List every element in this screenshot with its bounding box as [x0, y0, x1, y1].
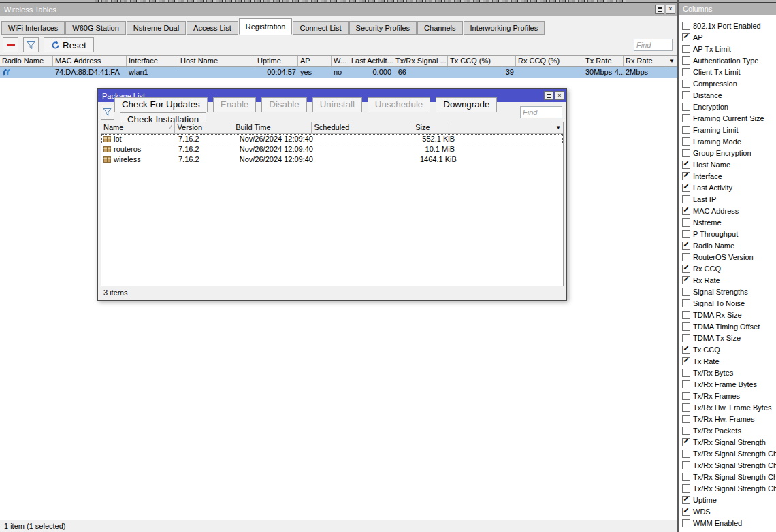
column-toggle[interactable]: ✓ AP — [679, 31, 776, 43]
column-toggle[interactable]: ✓ Distance — [679, 89, 776, 101]
column-header-host-name[interactable]: Host Name — [178, 56, 255, 66]
checkbox[interactable]: ✓ — [682, 184, 690, 192]
checkbox[interactable]: ✓ — [682, 311, 690, 319]
package-action-button[interactable]: Downgrade — [436, 97, 497, 112]
column-toggle[interactable]: ✓ Framing Limit — [679, 124, 776, 135]
checkbox[interactable]: ✓ — [682, 450, 690, 458]
checkbox[interactable]: ✓ — [682, 473, 690, 481]
checkbox[interactable]: ✓ — [682, 114, 690, 122]
column-toggle[interactable]: ✓ Rx CCQ — [679, 263, 776, 274]
checkbox[interactable]: ✓ — [682, 346, 690, 354]
checkbox[interactable]: ✓ — [682, 253, 690, 261]
checkbox[interactable]: ✓ — [682, 22, 690, 30]
package-action-button[interactable]: Unschedule — [368, 97, 430, 112]
column-toggle[interactable]: ✓ Nstreme — [679, 216, 776, 228]
column-toggle[interactable]: ✓ Tx/Rx Signal Strength Ch0 — [679, 448, 776, 459]
checkbox[interactable]: ✓ — [682, 276, 690, 284]
column-header-uptime[interactable]: Uptime — [255, 56, 298, 66]
checkbox[interactable]: ✓ — [682, 369, 690, 377]
checkbox[interactable]: ✓ — [682, 103, 690, 111]
registration-row-selected[interactable]: 74:DA:88:D4:41:FA wlan1 00:04:57 yes no … — [0, 67, 677, 78]
column-toggle[interactable]: ✓ P Throughput — [679, 228, 776, 239]
column-toggle[interactable]: ✓ Tx/Rx Frames — [679, 390, 776, 401]
checkbox[interactable]: ✓ — [682, 195, 690, 203]
column-toggle[interactable]: ✓ WMM Enabled — [679, 517, 776, 529]
column-toggle[interactable]: ✓ Tx/Rx Hw. Frame Bytes — [679, 401, 776, 413]
checkbox[interactable]: ✓ — [682, 415, 690, 423]
checkbox[interactable]: ✓ — [682, 334, 690, 342]
column-toggle[interactable]: ✓ Tx/Rx Frame Bytes — [679, 378, 776, 390]
checkbox[interactable]: ✓ — [682, 207, 690, 215]
column-header-name[interactable]: Name∕ — [101, 122, 175, 133]
column-toggle[interactable]: ✓ WDS — [679, 505, 776, 517]
package-row[interactable]: iot 7.16.2 Nov/26/2024 12:09:40 552.1 Ki… — [101, 134, 563, 144]
column-toggle[interactable]: ✓ Framing Current Size — [679, 112, 776, 124]
column-toggle[interactable]: ✓ Tx/Rx Hw. Frames — [679, 413, 776, 425]
checkbox[interactable]: ✓ — [682, 126, 690, 134]
package-action-button[interactable]: Uninstall — [312, 97, 362, 112]
checkbox[interactable]: ✓ — [682, 265, 690, 273]
column-header-build-time[interactable]: Build Time — [233, 122, 312, 133]
reset-button[interactable]: Reset — [44, 37, 94, 52]
column-header-interface[interactable]: Interface — [127, 56, 178, 66]
tab[interactable]: Nstreme Dual — [127, 21, 186, 35]
checkbox[interactable]: ✓ — [682, 91, 690, 99]
column-toggle[interactable]: ✓ TDMA Tx Size — [679, 332, 776, 344]
checkbox[interactable]: ✓ — [682, 519, 690, 527]
package-action-button[interactable]: Check For Updates — [114, 97, 208, 112]
column-toggle[interactable]: ✓ Framing Mode — [679, 135, 776, 147]
column-header-tx-rate[interactable]: Tx Rate — [583, 56, 624, 66]
checkbox[interactable]: ✓ — [682, 461, 690, 469]
column-toggle[interactable]: ✓ Last Activity — [679, 182, 776, 193]
column-header-wds[interactable]: W... — [332, 56, 349, 66]
checkbox[interactable]: ✓ — [682, 45, 690, 53]
column-toggle[interactable]: ✓ RouterOS Version — [679, 251, 776, 263]
column-toggle[interactable]: ✓ Radio Name — [679, 239, 776, 251]
checkbox[interactable]: ✓ — [682, 149, 690, 157]
column-toggle[interactable]: ✓ Authentication Type — [679, 54, 776, 66]
column-toggle[interactable]: ✓ TDMA Timing Offset — [679, 320, 776, 332]
column-header-version[interactable]: Version — [175, 122, 233, 133]
column-selector-dropdown[interactable]: ▼ — [666, 56, 677, 66]
checkbox[interactable]: ✓ — [682, 496, 690, 504]
column-toggle[interactable]: ✓ Encryption — [679, 101, 776, 112]
column-toggle[interactable]: ✓ Rx Rate — [679, 274, 776, 286]
column-header-signal[interactable]: Tx/Rx Signal ... — [393, 56, 448, 66]
remove-button[interactable] — [3, 37, 18, 52]
column-toggle[interactable]: ✓ AP Tx Limit — [679, 43, 776, 54]
column-toggle[interactable]: ✓ Tx CCQ — [679, 344, 776, 355]
checkbox[interactable]: ✓ — [682, 299, 690, 307]
checkbox[interactable]: ✓ — [682, 33, 690, 41]
checkbox[interactable]: ✓ — [682, 68, 690, 76]
tab[interactable]: Security Profiles — [349, 21, 417, 35]
column-header-scheduled[interactable]: Scheduled — [312, 122, 413, 133]
checkbox[interactable]: ✓ — [682, 230, 690, 238]
column-header-rx-ccq[interactable]: Rx CCQ (%) — [516, 56, 583, 66]
tab[interactable]: Registration — [239, 18, 293, 35]
package-action-button[interactable]: Enable — [213, 97, 257, 112]
checkbox[interactable]: ✓ — [682, 80, 690, 88]
column-toggle[interactable]: ✓ Host Name — [679, 159, 776, 170]
filter-button[interactable] — [101, 105, 114, 120]
checkbox[interactable]: ✓ — [682, 403, 690, 412]
checkbox[interactable]: ✓ — [682, 56, 690, 65]
checkbox[interactable]: ✓ — [682, 242, 690, 250]
filter-button[interactable] — [23, 37, 39, 52]
column-toggle[interactable]: ✓ Tx/Rx Bytes — [679, 367, 776, 378]
column-header-mac-address[interactable]: MAC Address — [53, 56, 127, 66]
column-toggle[interactable]: ✓ Group Encryption — [679, 147, 776, 159]
tab[interactable]: WiFi Interfaces — [1, 21, 65, 35]
checkbox[interactable]: ✓ — [682, 427, 690, 435]
column-toggle[interactable]: ✓ Last IP — [679, 193, 776, 205]
column-header-radio-name[interactable]: Radio Name — [0, 56, 53, 66]
tab[interactable]: Interworking Profiles — [464, 21, 545, 35]
checkbox[interactable]: ✓ — [682, 288, 690, 296]
maximize-button[interactable] — [544, 91, 553, 100]
tab[interactable]: Connect List — [293, 21, 348, 35]
checkbox[interactable]: ✓ — [682, 357, 690, 365]
column-toggle[interactable]: ✓ 802.1x Port Enabled — [679, 20, 776, 31]
find-input[interactable] — [520, 106, 562, 118]
column-toggle[interactable]: ✓ Compression — [679, 78, 776, 89]
column-toggle[interactable]: ✓ Tx/Rx Signal Strength — [679, 436, 776, 448]
column-toggle[interactable]: ✓ Interface — [679, 170, 776, 182]
